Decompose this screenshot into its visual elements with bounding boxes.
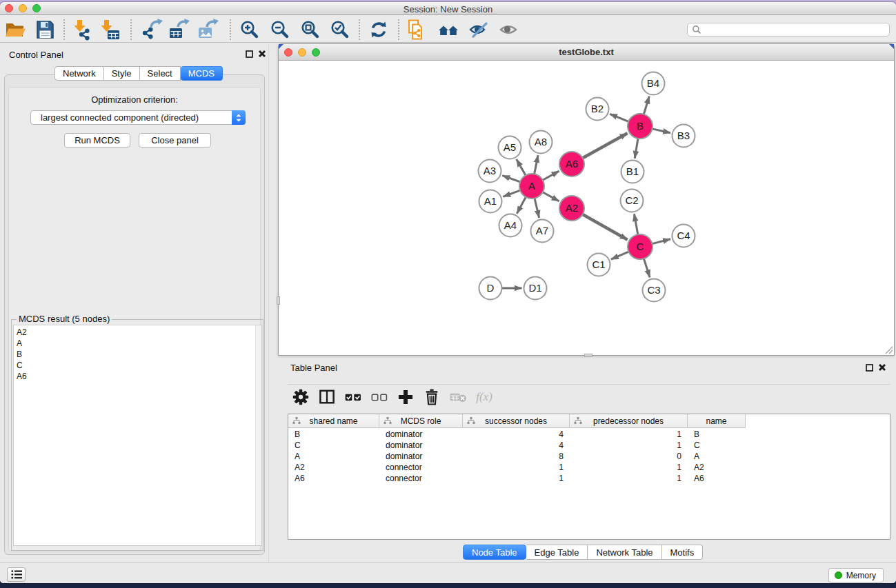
tab-network-table[interactable]: Network Table (588, 545, 661, 560)
first-neighbors-icon[interactable] (437, 19, 459, 41)
select-all-icon[interactable] (340, 385, 366, 409)
network-canvas[interactable]: B4 B2 B B3 A8 A5 A6 A3 B1 A A1 C2 A2 A4 … (279, 61, 894, 355)
new-network-from-selection-icon[interactable] (406, 19, 428, 41)
zoom-out-icon[interactable] (268, 19, 290, 41)
column-header-successor-nodes[interactable]: successor nodes (463, 414, 570, 428)
zoom-fit-icon[interactable] (299, 19, 321, 41)
zoom-selected-icon[interactable] (328, 19, 350, 41)
graph-node-A7[interactable]: A7 (531, 220, 554, 243)
show-all-icon[interactable] (498, 19, 520, 41)
graph-node-C[interactable]: C (628, 234, 653, 259)
node-table[interactable]: shared name MCDS role successor nodes pr… (288, 414, 890, 540)
graph-edge-B-B4[interactable] (644, 97, 649, 114)
close-panel-icon[interactable] (878, 363, 886, 372)
criterion-dropdown[interactable]: largest connected component (directed) (30, 110, 246, 125)
result-list-item[interactable]: C (14, 360, 261, 371)
graph-node-B1[interactable]: B1 (621, 161, 644, 183)
frame-resize-handle-left[interactable] (277, 296, 280, 305)
graph-edge-A-A4[interactable] (517, 197, 526, 214)
graph-node-C1[interactable]: C1 (588, 254, 610, 276)
graph-node-A6[interactable]: A6 (559, 152, 584, 176)
export-image-icon[interactable] (197, 19, 219, 41)
graph-node-A4[interactable]: A4 (499, 214, 522, 237)
import-table-icon[interactable] (99, 19, 121, 41)
gear-icon[interactable] (288, 385, 314, 409)
graph-edge-B-B1[interactable] (635, 139, 638, 159)
graph-node-B4[interactable]: B4 (642, 72, 665, 95)
result-list-item[interactable]: A2 (14, 327, 261, 338)
table-row[interactable]: Adominator80A (288, 451, 744, 462)
table-row[interactable]: A2connector11A2 (288, 462, 744, 473)
float-panel-icon[interactable] (246, 50, 253, 58)
table-row[interactable]: Bdominator41B (288, 429, 744, 440)
graph-edge-B-B2[interactable] (610, 114, 628, 121)
graph-node-B[interactable]: B (628, 114, 653, 139)
panel-menu-button[interactable] (7, 567, 26, 582)
delete-column-icon[interactable] (419, 385, 445, 409)
graph-node-A3[interactable]: A3 (479, 160, 501, 183)
network-window-titlebar[interactable]: testGlobe.txt (279, 44, 894, 61)
column-header-name[interactable]: name (688, 414, 746, 428)
table-row[interactable]: Cdominator41C (288, 440, 744, 451)
result-list-scrollbar[interactable] (255, 325, 261, 545)
graph-node-A8[interactable]: A8 (530, 131, 552, 154)
graph-node-A1[interactable]: A1 (479, 190, 502, 213)
graph-edge-A-A2[interactable] (543, 192, 559, 201)
result-list-item[interactable]: A (14, 338, 261, 349)
tab-node-table[interactable]: Node Table (463, 545, 526, 560)
graph-edge-C-C1[interactable] (611, 252, 629, 259)
graph-node-D[interactable]: D (479, 277, 502, 300)
close-panel-icon[interactable] (258, 50, 266, 58)
graph-node-C3[interactable]: C3 (643, 279, 666, 302)
column-header-shared-name[interactable]: shared name (288, 414, 379, 428)
open-file-icon[interactable] (4, 19, 26, 41)
graph-edge-A-A6[interactable] (543, 171, 559, 180)
graph-node-A5[interactable]: A5 (499, 136, 521, 159)
add-column-icon[interactable] (392, 385, 419, 409)
graph-edge-A2-C[interactable] (583, 214, 628, 240)
column-header-MCDS-role[interactable]: MCDS role (379, 414, 463, 428)
column-header-predecessor-nodes[interactable]: predecessor nodes (570, 414, 688, 428)
graph-edge-A-A7[interactable] (535, 199, 539, 219)
run-mcds-button[interactable]: Run MCDS (64, 133, 130, 148)
table-row[interactable]: A6connector11A6 (288, 473, 744, 484)
graph-edge-A-A1[interactable] (503, 190, 520, 196)
graph-edge-C-C3[interactable] (644, 258, 650, 277)
export-table-icon[interactable] (168, 19, 190, 41)
tab-select[interactable]: Select (140, 66, 181, 81)
frame-resize-handle-bottom[interactable] (584, 354, 593, 357)
tab-mcds[interactable]: MCDS (181, 66, 223, 81)
graph-edge-A-A5[interactable] (517, 159, 526, 176)
refresh-icon[interactable] (368, 19, 390, 41)
float-panel-icon[interactable] (866, 364, 873, 372)
split-view-icon[interactable] (314, 385, 340, 409)
tab-style[interactable]: Style (104, 66, 140, 81)
graph-edge-A-A3[interactable] (502, 176, 520, 182)
graph-node-B2[interactable]: B2 (586, 98, 609, 121)
memory-status-button[interactable]: Memory (828, 568, 884, 582)
tab-edge-table[interactable]: Edge Table (526, 545, 588, 560)
graph-edge-B-B3[interactable] (653, 129, 670, 133)
mcds-result-list[interactable]: A2ABCA6 (13, 325, 262, 546)
graph-edge-C-C4[interactable] (652, 239, 670, 244)
graph-node-C2[interactable]: C2 (621, 190, 644, 212)
graph-node-D1[interactable]: D1 (524, 277, 547, 300)
hide-selected-icon[interactable] (468, 19, 490, 41)
deselect-all-icon[interactable] (366, 385, 392, 409)
graph-node-C4[interactable]: C4 (673, 225, 695, 247)
close-panel-button[interactable]: Close panel (139, 133, 211, 148)
graph-node-B3[interactable]: B3 (673, 125, 695, 148)
result-list-item[interactable]: B (14, 349, 261, 360)
tab-motifs[interactable]: Motifs (662, 545, 704, 560)
tab-network[interactable]: Network (54, 66, 104, 81)
export-network-icon[interactable] (141, 19, 163, 41)
graph-node-A2[interactable]: A2 (559, 196, 584, 221)
import-network-icon[interactable] (72, 19, 94, 41)
search-input[interactable] (687, 23, 890, 37)
graph-node-A[interactable]: A (519, 174, 544, 199)
graph-edge-A6-B[interactable] (583, 133, 628, 158)
graph-edge-C-C2[interactable] (634, 214, 637, 234)
save-session-icon[interactable] (34, 19, 56, 41)
result-list-item[interactable]: A6 (14, 371, 261, 382)
zoom-in-icon[interactable] (238, 19, 260, 41)
